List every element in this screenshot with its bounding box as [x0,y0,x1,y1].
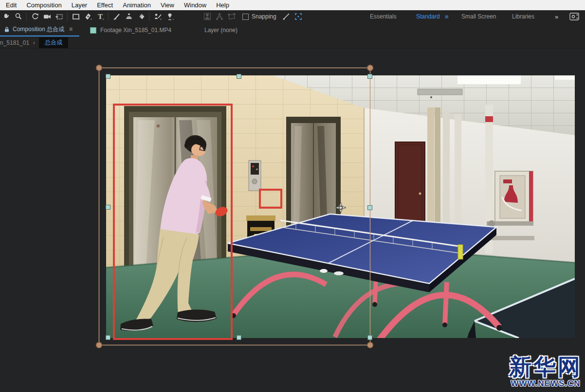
ceiling-sprinkler [430,96,432,98]
elevator-call-panel [249,160,261,191]
workspace-libraries[interactable]: Libraries [512,13,534,20]
menu-layer[interactable]: Layer [67,0,92,10]
composition-navigator: n_5181_01 ‹ 总合成 [0,37,585,49]
workspace-bar: Essentials Standard ≡ Small Screen Libra… [0,10,585,23]
tab-layer[interactable]: Layer (none) [204,23,238,37]
workspace-essentials[interactable]: Essentials [370,13,397,20]
corner-handle-bottom-right[interactable] [367,342,373,348]
scene [106,75,575,338]
menu-view[interactable]: View [156,0,179,10]
corner-handle-top-left[interactable] [96,65,102,71]
workspace-settings-icon[interactable] [569,12,579,22]
menu-animation[interactable]: Animation [118,0,156,10]
breadcrumb-separator-icon: ‹ [33,39,35,46]
footage-color-swatch-icon [90,27,96,34]
corner-handle-bottom-left[interactable] [96,342,102,348]
composition-viewer[interactable]: 新华网 WWW.NEWS.CN [0,49,585,392]
ceiling-vent [418,89,462,95]
tool-bar: T Snapping [0,10,585,23]
watermark: 新华网 WWW.NEWS.CN [509,355,582,388]
menu-bar: Edit Composition Layer Effect Animation … [0,0,585,10]
tab-composition-menu-icon[interactable]: ≡ [69,26,73,33]
workspace-standard[interactable]: Standard [416,13,440,20]
watermark-site-url: WWW.NEWS.CN [509,379,582,388]
menu-window[interactable]: Window [179,0,211,10]
workspace-overflow-chevron[interactable]: » [555,13,558,20]
menu-edit[interactable]: Edit [1,0,21,10]
tab-composition[interactable]: Composition 总合成 ≡ [0,23,79,36]
tab-layer-label: Layer (none) [204,27,238,34]
tab-footage-label: Footage Xin_5185_01.MP4 [100,27,171,34]
ceiling-light-2 [555,75,575,80]
tab-composition-label: Composition 总合成 [13,25,64,34]
tab-footage[interactable]: Footage Xin_5185_01.MP4 [90,23,171,37]
menu-composition[interactable]: Composition [21,0,66,10]
watermark-site-name: 新华网 [509,355,582,378]
ceiling-light [457,75,521,84]
breadcrumb-parent[interactable]: n_5181_01 [0,39,29,46]
lock-icon [4,26,10,33]
viewer-tab-bar: Composition 总合成 ≡ Footage Xin_5185_01.MP… [0,23,585,37]
workspace-small-screen[interactable]: Small Screen [461,13,496,20]
workspace-menu-icon[interactable]: ≡ [445,13,449,20]
menu-effect[interactable]: Effect [92,0,118,10]
corner-handle-top-right[interactable] [367,65,373,71]
menu-help[interactable]: Help [211,0,234,10]
breadcrumb-current[interactable]: 总合成 [39,37,68,48]
video-frame[interactable] [106,75,575,338]
